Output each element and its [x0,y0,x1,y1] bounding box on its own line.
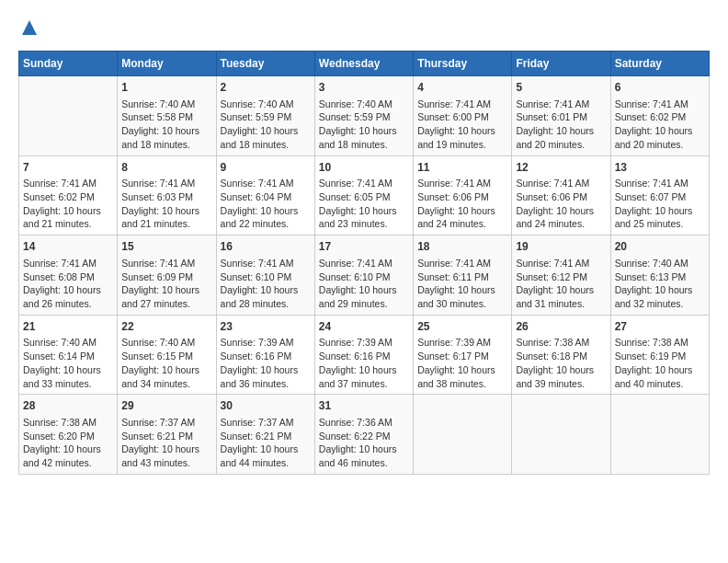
cell-content: Daylight: 10 hours [221,283,311,297]
cell-content: and 30 minutes. [417,297,507,311]
day-number: 21 [23,319,113,335]
cell-content: and 29 minutes. [319,297,409,311]
cell-content: Sunset: 6:05 PM [319,190,409,204]
cell-content: Daylight: 10 hours [121,283,211,297]
cell-content: Sunrise: 7:41 AM [417,177,507,190]
calendar-cell: 23Sunrise: 7:39 AMSunset: 6:16 PMDayligh… [216,315,314,395]
cell-content: Daylight: 10 hours [221,124,311,138]
day-number: 29 [121,398,211,414]
calendar-cell: 10Sunrise: 7:41 AMSunset: 6:05 PMDayligh… [314,155,413,236]
day-number: 4 [417,80,507,96]
cell-content: Sunset: 6:13 PM [615,270,705,284]
day-number: 18 [417,239,507,255]
cell-content: Sunrise: 7:40 AM [121,98,211,111]
cell-content: and 44 minutes. [221,456,311,470]
calendar-cell: 15Sunrise: 7:41 AMSunset: 6:09 PMDayligh… [118,236,216,316]
day-number: 12 [516,160,606,176]
cell-content: Sunrise: 7:39 AM [319,336,409,350]
cell-content: Daylight: 10 hours [516,204,606,218]
calendar-cell [512,395,610,475]
cell-content: and 24 minutes. [417,217,507,231]
cell-content: Sunset: 6:02 PM [23,190,113,204]
calendar-cell: 8Sunrise: 7:41 AMSunset: 6:03 PMDaylight… [118,155,216,236]
cell-content: Sunset: 6:01 PM [516,110,606,124]
col-header-thursday: Thursday [414,52,512,76]
cell-content: Sunset: 6:14 PM [23,350,113,363]
cell-content: and 37 minutes. [319,377,409,391]
cell-content: Sunset: 6:16 PM [319,350,409,363]
cell-content: Daylight: 10 hours [121,442,211,456]
calendar-cell [414,395,512,475]
cell-content: and 18 minutes. [121,138,211,152]
cell-content: and 39 minutes. [516,377,606,391]
cell-content: Daylight: 10 hours [615,363,705,377]
cell-content: Daylight: 10 hours [121,204,211,218]
cell-content: and 22 minutes. [221,217,311,231]
day-number: 10 [319,160,409,176]
day-number: 16 [221,239,311,255]
col-header-tuesday: Tuesday [216,52,314,76]
cell-content: Sunset: 6:04 PM [221,190,311,204]
calendar-cell: 16Sunrise: 7:41 AMSunset: 6:10 PMDayligh… [216,236,314,316]
calendar-cell: 30Sunrise: 7:37 AMSunset: 6:21 PMDayligh… [216,395,314,475]
calendar-cell: 31Sunrise: 7:36 AMSunset: 6:22 PMDayligh… [314,395,413,475]
cell-content: Daylight: 10 hours [319,442,409,456]
cell-content: and 19 minutes. [417,138,507,152]
cell-content: Sunrise: 7:41 AM [417,98,507,111]
cell-content: Daylight: 10 hours [23,363,113,377]
cell-content: Sunset: 6:21 PM [221,430,311,443]
cell-content: Sunrise: 7:41 AM [615,98,705,111]
cell-content: Sunset: 6:03 PM [121,190,211,204]
cell-content: Sunset: 6:02 PM [615,110,705,124]
cell-content: Sunrise: 7:41 AM [516,257,606,270]
calendar-cell: 7Sunrise: 7:41 AMSunset: 6:02 PMDaylight… [19,155,118,236]
cell-content: and 18 minutes. [319,138,409,152]
cell-content: and 28 minutes. [221,297,311,311]
col-header-friday: Friday [512,52,610,76]
cell-content: Sunrise: 7:40 AM [23,336,113,350]
calendar-table: SundayMondayTuesdayWednesdayThursdayFrid… [18,51,710,475]
cell-content: and 21 minutes. [23,217,113,231]
calendar-cell: 11Sunrise: 7:41 AMSunset: 6:06 PMDayligh… [414,155,512,236]
calendar-week-2: 7Sunrise: 7:41 AMSunset: 6:02 PMDaylight… [19,155,710,236]
cell-content: Sunset: 6:15 PM [121,350,211,363]
calendar-cell: 14Sunrise: 7:41 AMSunset: 6:08 PMDayligh… [19,236,118,316]
calendar-week-4: 21Sunrise: 7:40 AMSunset: 6:14 PMDayligh… [19,315,710,395]
day-number: 25 [417,319,507,335]
cell-content: Daylight: 10 hours [319,283,409,297]
cell-content: Sunrise: 7:41 AM [615,177,705,190]
cell-content: Sunrise: 7:41 AM [516,98,606,111]
calendar-week-5: 28Sunrise: 7:38 AMSunset: 6:20 PMDayligh… [19,395,710,475]
cell-content: and 33 minutes. [23,377,113,391]
cell-content: Daylight: 10 hours [417,283,507,297]
cell-content: Sunrise: 7:41 AM [516,177,606,190]
calendar-cell: 12Sunrise: 7:41 AMSunset: 6:06 PMDayligh… [512,155,610,236]
cell-content: Daylight: 10 hours [615,283,705,297]
cell-content: and 38 minutes. [417,377,507,391]
calendar-cell: 24Sunrise: 7:39 AMSunset: 6:16 PMDayligh… [314,315,413,395]
calendar-cell [19,76,118,156]
cell-content: Sunrise: 7:40 AM [615,257,705,270]
cell-content: and 40 minutes. [615,377,705,391]
calendar-week-1: 1Sunrise: 7:40 AMSunset: 5:58 PMDaylight… [19,76,710,156]
cell-content: and 20 minutes. [516,138,606,152]
cell-content: Sunset: 6:19 PM [615,350,705,363]
cell-content: and 27 minutes. [121,297,211,311]
cell-content: Sunrise: 7:41 AM [23,257,113,270]
cell-content: Sunrise: 7:36 AM [319,416,409,430]
cell-content: Sunset: 6:16 PM [221,350,311,363]
cell-content: Sunrise: 7:38 AM [516,336,606,350]
calendar-cell: 28Sunrise: 7:38 AMSunset: 6:20 PMDayligh… [19,395,118,475]
cell-content: Sunrise: 7:38 AM [615,336,705,350]
cell-content: Sunrise: 7:40 AM [121,336,211,350]
cell-content: Sunset: 5:59 PM [319,110,409,124]
day-number: 3 [319,80,409,96]
cell-content: and 31 minutes. [516,297,606,311]
cell-content: Sunset: 6:20 PM [23,430,113,443]
cell-content: Daylight: 10 hours [417,204,507,218]
calendar-cell: 2Sunrise: 7:40 AMSunset: 5:59 PMDaylight… [216,76,314,156]
cell-content: Daylight: 10 hours [221,363,311,377]
cell-content: Sunset: 6:10 PM [221,270,311,284]
logo-icon [20,18,39,37]
day-number: 15 [121,239,211,255]
